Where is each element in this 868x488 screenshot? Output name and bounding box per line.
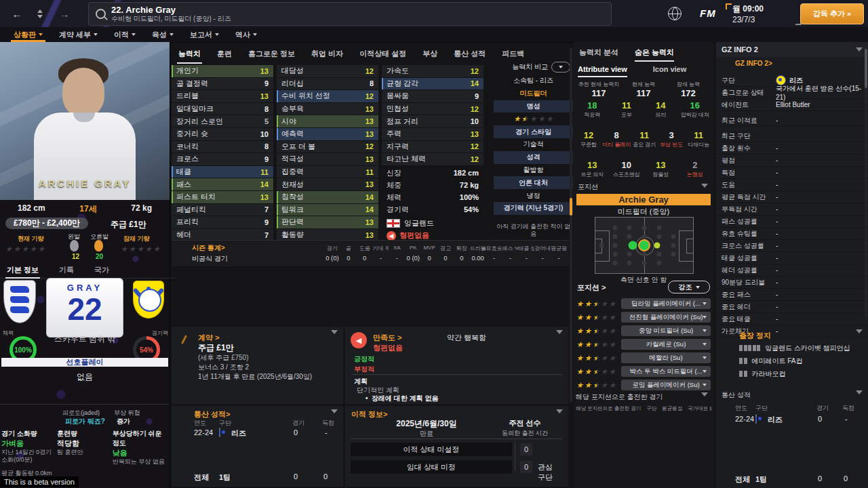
right-scrollbar[interactable] [865, 45, 867, 319]
attr-tab-5[interactable]: 이적상태 설정 [353, 47, 413, 62]
attr-tab-3[interactable]: 홈그로운 정보 [241, 47, 302, 62]
role-select-7[interactable]: 로밍 플레이메이커 (Su) [621, 380, 711, 390]
view-subtab-2[interactable]: Icon view [653, 65, 687, 77]
happiness-title[interactable]: 만족도 > [373, 333, 401, 343]
attribute-name: 활동량 [281, 230, 304, 240]
gz-row-value: - [776, 291, 778, 298]
compare-dropdown[interactable]: 능력치 비교 [494, 60, 573, 75]
hidden-attribute-value: 16 [678, 100, 713, 110]
suspension-title[interactable]: 출장 정지 [739, 331, 771, 341]
role-stars: ★★★★★★★★★★ [576, 313, 617, 321]
gz-row-value: - [776, 157, 778, 164]
stat-header: 걷어내기 [534, 241, 551, 252]
stat-value: 0.00 [470, 251, 486, 262]
gz-info-row: 평점- [716, 155, 868, 167]
fatigue-col-value: 낮음 [113, 448, 168, 458]
transfer-row: 임대 상태 미정0관심 구단 [351, 460, 562, 474]
jaded-help-link[interactable]: 피로가 뭐죠? [65, 417, 105, 426]
attribute-name: 타고난 체력 [387, 154, 426, 164]
player-wage: 주급 £1만 [111, 219, 146, 230]
hidden-attribute: 14의리 [644, 100, 678, 119]
role-select-2[interactable]: 전진형 플레이메이커 (Su) [621, 312, 711, 323]
role-select-5[interactable]: 메짤라 (Su) [621, 352, 711, 363]
nav-tab-5[interactable]: 보고서 [182, 27, 227, 42]
collapse-chevron-icon[interactable] [701, 392, 708, 396]
nav-tab-6[interactable]: 역사 [227, 27, 265, 42]
collapse-chevron-icon[interactable] [856, 47, 863, 52]
lion-icon [10, 306, 29, 313]
view-subtab-1[interactable]: Attribute view [578, 65, 627, 77]
injury-risk-value: 증가 [117, 417, 130, 426]
attr-tab-7[interactable]: 통산 성적 [447, 47, 492, 62]
nav-tab-4[interactable]: 육성 [144, 27, 182, 42]
collapse-chevron-icon[interactable] [556, 409, 563, 413]
photo-name-banner: ARCHIE GRAY [0, 178, 170, 189]
fatigue-column: 훈련량적당함팀 훈련만 [57, 429, 113, 466]
center-scrollbar-thumb[interactable] [570, 198, 572, 216]
attr-tab-6[interactable]: 부상 [416, 47, 444, 62]
attribute-compare-column: 능력치 비교 소속팀 - 리즈미드필더명성★★★★★★★★★★경기 스타일기술적… [494, 60, 573, 238]
negative-label[interactable]: 부정적 [354, 365, 374, 374]
fatigue-col-detail: 지난 14일간 0경기 소화(0/0분) [1, 449, 57, 464]
right-scrollbar-thumb[interactable] [865, 49, 867, 88]
gz-row-value: - [776, 205, 778, 213]
contract-title[interactable]: 계약 > [198, 333, 219, 343]
search-box[interactable]: 22. Archie Gray 수비형 미드필더, 미드필더 (중앙) - 리즈 [88, 2, 612, 26]
gz-panel-header[interactable]: GZ INFO 2 [716, 42, 868, 57]
attribute-name: 지구력 [387, 142, 409, 152]
role-select-3[interactable]: 중앙 미드필더 (Su) [621, 325, 711, 336]
nav-tab-1[interactable]: 상황판 [5, 27, 51, 42]
collapse-chevron-icon[interactable] [856, 390, 863, 394]
step-down-icon[interactable] [37, 15, 43, 18]
collapse-chevron-icon[interactable] [701, 184, 708, 188]
role-select-6[interactable]: 박스 투 박스 미드필더 (... [621, 366, 711, 377]
career-title[interactable]: 통산 성적> [194, 409, 230, 420]
role-select-1[interactable]: 딥라잉 플레이메이커 (... [621, 298, 711, 309]
star-icon: ★★ [609, 300, 617, 308]
analysis-tab-2[interactable]: 숨은 능력치 [635, 47, 674, 62]
info-tab-3[interactable]: 국가 [93, 263, 111, 278]
nav-tab-2[interactable]: 계약 세부 [51, 27, 106, 42]
transfer-value-pill[interactable]: £780만 - £2,400만 [5, 218, 88, 229]
attr-tab-1[interactable]: 능력치 [172, 47, 208, 62]
star-icon: ★★ [530, 115, 538, 123]
transfer-status-box[interactable]: 이적 상태 미설정 [351, 443, 512, 456]
step-up-icon[interactable] [37, 9, 43, 13]
position-player-banner[interactable]: Archie Gray [576, 194, 711, 205]
collapse-chevron-icon[interactable] [856, 329, 863, 333]
gz-link[interactable]: GZ INFO 2> [735, 60, 772, 67]
star-fill: ★ [593, 300, 597, 308]
clock-widget[interactable]: 월 09:00 23/7/3 [732, 3, 792, 24]
collapse-chevron-icon[interactable] [331, 409, 338, 413]
compare-dropdown-button[interactable] [551, 62, 570, 73]
gz-row-label: 태클 성공률 [722, 253, 776, 263]
season-stats-title[interactable]: 시즌 통계> [192, 243, 225, 253]
globe-icon[interactable] [668, 7, 682, 20]
attr-tab-2[interactable]: 훈련 [210, 47, 239, 62]
analysis-tab-1[interactable]: 능력치 분석 [579, 47, 618, 62]
center-scrollbar[interactable] [570, 47, 572, 403]
history-stepper[interactable] [31, 5, 49, 22]
right-foot-icon [94, 240, 103, 251]
right-foot-value: 20 [96, 253, 103, 260]
role-select-4[interactable]: 카릴레로 (Su) [621, 339, 711, 350]
attribute-row: 골 결정력9 [172, 78, 273, 91]
highlight-dropdown-button[interactable]: 강조 [668, 281, 710, 293]
nav-tab-3[interactable]: 이적 [106, 27, 144, 42]
info-tab-2[interactable]: 기록 [58, 263, 75, 278]
block [744, 345, 747, 351]
attr-tab-4[interactable]: 취업 비자 [304, 47, 350, 62]
attribute-row: 천재성13 [277, 178, 378, 191]
add-manager-button[interactable]: 감독 추가 » [800, 3, 864, 24]
attribute-value: 7 [264, 205, 269, 214]
career-years: 22-24 [194, 428, 213, 436]
career-total-teams: 1팀 [219, 472, 231, 483]
transfer-status-box[interactable]: 임대 상태 미정 [351, 460, 512, 474]
info-tab-1[interactable]: 기본 정보 [5, 263, 40, 278]
position-list-label[interactable]: 포지션 > [577, 283, 606, 293]
forward-button[interactable]: → [56, 5, 73, 22]
back-button[interactable]: ← [8, 5, 26, 22]
positive-label[interactable]: 긍정적 [354, 354, 374, 364]
collapse-chevron-icon[interactable] [331, 330, 338, 334]
collapse-chevron-icon[interactable] [556, 330, 563, 334]
